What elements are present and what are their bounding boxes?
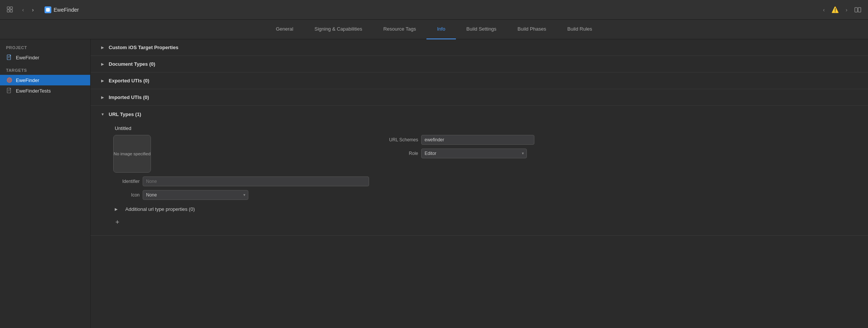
imported-utis-triangle: ▶: [100, 94, 106, 101]
svg-rect-0: [7, 7, 9, 9]
nav-back-button[interactable]: ‹: [19, 6, 27, 14]
svg-point-14: [9, 80, 10, 81]
no-image-text: No image specified: [114, 151, 151, 157]
sidebar-targets-label: TARGETS: [0, 67, 90, 75]
sidebar-item-ewefinder-target[interactable]: EweFinder: [0, 75, 90, 85]
svg-rect-1: [10, 7, 12, 9]
target-icon: [6, 77, 13, 84]
titlebar-project: EweFinder: [45, 6, 79, 13]
titlebar-right: ‹ ⚠️ ›: [820, 6, 862, 14]
imported-utis-title: Imported UTIs (0): [109, 94, 149, 100]
additional-url-type-triangle: ▶: [113, 206, 119, 212]
sidebar-item-ewefinder-project[interactable]: EweFinder: [0, 52, 90, 63]
imported-utis-section[interactable]: ▶ Imported UTIs (0): [91, 89, 868, 106]
project-icon: [45, 6, 51, 13]
sidebar-target-tests-label: EweFinderTests: [16, 88, 51, 94]
icon-label: Icon: [113, 192, 140, 198]
svg-rect-4: [46, 8, 50, 12]
sidebar: PROJECT EweFinder TARGETS: [0, 39, 91, 328]
identifier-row: Identifier: [113, 176, 369, 186]
add-url-type-button[interactable]: +: [113, 218, 122, 226]
tab-resource-tags[interactable]: Resource Tags: [373, 20, 426, 39]
no-image-box: No image specified: [113, 135, 151, 173]
role-label: Role: [384, 151, 418, 156]
role-select[interactable]: Editor Viewer None: [421, 149, 527, 158]
titlebar-left: ‹ › EweFinder: [6, 6, 79, 14]
editor-next-button[interactable]: ›: [842, 6, 851, 14]
custom-ios-title: Custom iOS Target Properties: [109, 45, 179, 50]
nav-forward-button[interactable]: ›: [29, 6, 37, 14]
svg-rect-5: [855, 8, 857, 12]
tab-general[interactable]: General: [265, 20, 304, 39]
url-type-card: Untitled No image specified Identifier I…: [113, 125, 845, 200]
document-types-title: Document Types (0): [109, 61, 155, 67]
icon-select-wrapper: None: [143, 190, 248, 200]
tab-build-rules[interactable]: Build Rules: [557, 20, 603, 39]
url-type-right-col: URL Schemes Role Editor Viewer None: [384, 135, 543, 158]
icon-row: Icon None: [113, 190, 248, 200]
url-type-card-name: Untitled: [113, 125, 845, 131]
titlebar: ‹ › EweFinder ‹ ⚠️ ›: [0, 0, 868, 20]
additional-url-type-label: Additional url type properties (0): [125, 206, 195, 212]
sidebar-target-ewefinder-label: EweFinder: [16, 77, 39, 83]
exported-utis-triangle: ▶: [100, 78, 106, 84]
additional-url-type-row[interactable]: ▶ Additional url type properties (0): [91, 203, 868, 215]
tab-build-phases[interactable]: Build Phases: [507, 20, 557, 39]
exported-utis-title: Exported UTIs (0): [109, 78, 149, 84]
tab-signing[interactable]: Signing & Capabilities: [304, 20, 372, 39]
split-editor-button[interactable]: [854, 6, 862, 14]
tabbar: General Signing & Capabilities Resource …: [0, 20, 868, 39]
url-type-body: No image specified Identifier Icon None: [113, 135, 845, 200]
sidebar-project-label: PROJECT: [0, 44, 90, 52]
svg-rect-16: [10, 88, 11, 89]
svg-rect-8: [10, 55, 11, 56]
document-types-section[interactable]: ▶ Document Types (0): [91, 56, 868, 73]
icon-select[interactable]: None: [143, 190, 248, 200]
exported-utis-section[interactable]: ▶ Exported UTIs (0): [91, 73, 868, 89]
sidebar-project-item-label: EweFinder: [16, 55, 39, 60]
custom-ios-section[interactable]: ▶ Custom iOS Target Properties: [91, 39, 868, 56]
content-area: ▶ Custom iOS Target Properties ▶ Documen…: [91, 39, 868, 328]
url-schemes-row: URL Schemes: [384, 135, 543, 145]
svg-rect-3: [10, 10, 12, 12]
sidebar-item-ewefindertests-target[interactable]: EweFinderTests: [0, 85, 90, 96]
document-types-triangle: ▶: [100, 61, 106, 67]
role-select-wrapper: Editor Viewer None: [421, 149, 527, 158]
tab-info[interactable]: Info: [426, 20, 456, 39]
url-schemes-input[interactable]: [421, 135, 534, 145]
warning-icon[interactable]: ⚠️: [831, 6, 839, 14]
svg-rect-2: [7, 10, 9, 12]
url-types-triangle: ▼: [100, 111, 106, 117]
identifier-input[interactable]: [143, 176, 369, 186]
role-row: Role Editor Viewer None: [384, 149, 543, 158]
url-types-section: ▼ URL Types (1) Untitled No image specif…: [91, 106, 868, 236]
identifier-label: Identifier: [113, 179, 140, 184]
custom-ios-triangle: ▶: [100, 45, 106, 51]
url-types-title: URL Types (1): [109, 111, 141, 117]
main-layout: PROJECT EweFinder TARGETS: [0, 39, 868, 328]
tests-file-icon: [6, 87, 13, 94]
editor-prev-button[interactable]: ‹: [820, 6, 828, 14]
url-type-left-col: No image specified Identifier Icon None: [113, 135, 369, 200]
titlebar-title: EweFinder: [54, 7, 79, 13]
nav-arrows: ‹ ›: [19, 6, 37, 14]
url-schemes-label: URL Schemes: [384, 137, 418, 142]
project-file-icon: [6, 54, 13, 61]
svg-rect-6: [858, 8, 861, 12]
grid-icon[interactable]: [6, 6, 14, 14]
url-types-header[interactable]: ▼ URL Types (1): [91, 106, 868, 122]
add-button-row: +: [91, 215, 868, 231]
tab-build-settings[interactable]: Build Settings: [456, 20, 507, 39]
